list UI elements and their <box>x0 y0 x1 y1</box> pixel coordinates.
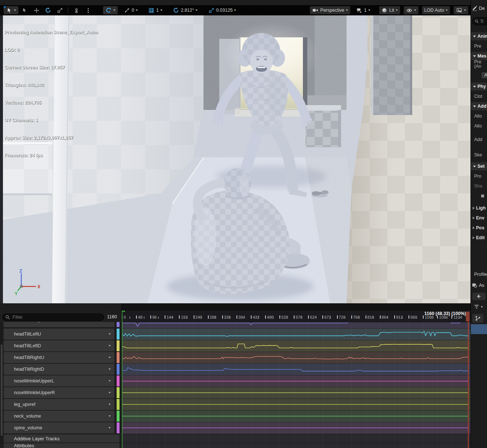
details-section-Pos[interactable]: Pos <box>471 224 487 232</box>
curve-timeline-area[interactable]: 1160 (48.33) (100%) 04896144192240288336… <box>122 303 470 448</box>
viewport[interactable]: Previewing Animation Scene_Export_Anim L… <box>0 15 470 303</box>
screenshot-dropdown[interactable] <box>454 6 468 14</box>
details-row-Ske[interactable]: Ske <box>471 151 487 159</box>
details-section-Phy[interactable]: Phy <box>471 82 487 90</box>
track-name: headTiltLeftD <box>14 343 41 348</box>
details-panel: De S AnimPreMesPre (AnAPhyClotAddAlloAll… <box>470 0 487 448</box>
details-row-15[interactable] <box>471 192 487 200</box>
chevron-down-icon[interactable] <box>473 36 476 37</box>
back-button[interactable] <box>472 293 486 300</box>
viewport-left-edge <box>0 15 3 303</box>
details-section-Env[interactable]: Env <box>471 214 487 222</box>
timeline-ruler[interactable]: 1160 (48.33) (100%) 04896144192240288336… <box>122 311 470 322</box>
ruler-tick <box>451 315 452 319</box>
playhead-marker[interactable] <box>466 311 470 322</box>
lod-dropdown[interactable]: LOD Auto <box>422 6 450 14</box>
tab-details[interactable]: De <box>472 5 485 11</box>
camera-gizmo-button[interactable] <box>71 6 82 14</box>
details-row-Pre[interactable]: Pre <box>471 42 487 50</box>
ruler-tick <box>165 315 165 319</box>
track-row-noseWrinkleUpperL[interactable]: noseWrinkleUpperL <box>4 375 114 386</box>
attributes-row[interactable]: Attributes <box>4 443 120 448</box>
chevron-down-icon[interactable] <box>109 380 111 382</box>
track-row-headTiltLeftU[interactable]: headTiltLeftU <box>4 329 114 340</box>
chevron-down-icon[interactable] <box>473 55 476 57</box>
track-row-headTiltRightD[interactable]: headTiltRightD <box>4 364 114 375</box>
details-row-Allo[interactable]: Allo <box>471 112 487 120</box>
asset-browser-tab[interactable]: As <box>472 283 484 288</box>
curve-lane-headTiltLeftD[interactable] <box>122 340 470 352</box>
rotate-tool-button[interactable] <box>43 6 54 14</box>
details-search-input[interactable]: S <box>472 17 487 25</box>
chevron-down-icon[interactable] <box>109 392 111 393</box>
chevron-right-icon[interactable] <box>473 226 475 229</box>
details-row-Allo[interactable]: Allo <box>471 122 487 130</box>
ruler-minor-tick <box>416 316 417 319</box>
grid-snap-control[interactable]: 1 <box>146 6 165 14</box>
stats-vertices: Vertices: 284,705 <box>4 100 98 105</box>
curve-lane-headTiltRightU[interactable] <box>122 352 470 363</box>
curve-lane-headTiltLeftU[interactable] <box>122 329 470 340</box>
details-section-Set[interactable]: Set <box>471 162 487 170</box>
scale-tool-button[interactable] <box>54 6 65 14</box>
track-row-headTiltLeftD[interactable]: headTiltLeftD <box>4 340 114 351</box>
details-button[interactable]: A <box>481 72 487 79</box>
track-row-neck_volume[interactable]: neck_volume <box>4 411 114 422</box>
curves-view-button[interactable] <box>472 314 483 323</box>
chevron-right-icon[interactable] <box>473 207 475 210</box>
details-row-label: Phy <box>477 84 486 89</box>
chevron-down-icon[interactable] <box>109 415 111 417</box>
details-row-Clot[interactable]: Clot <box>471 92 487 100</box>
curve-filter-button[interactable] <box>474 304 483 309</box>
details-section-Anim[interactable]: Anim <box>471 32 487 40</box>
details-row-A[interactable]: A <box>471 71 487 79</box>
track-row-leg_upvref[interactable]: leg_upvref <box>4 399 114 410</box>
move-icon <box>33 7 40 14</box>
playhead-line[interactable] <box>468 312 469 448</box>
ruler-tick <box>437 315 438 319</box>
chevron-down-icon[interactable] <box>109 333 111 335</box>
lit-mode-dropdown[interactable]: Lit <box>379 6 400 14</box>
details-section-Edit[interactable]: Edit <box>471 234 487 242</box>
selection-mode-button[interactable] <box>4 6 18 14</box>
chevron-down-icon[interactable] <box>109 404 111 405</box>
selected-row-highlight[interactable] <box>471 324 487 334</box>
track-color-bar <box>117 329 120 340</box>
details-row-Pro[interactable]: Pro <box>471 172 487 180</box>
details-row-Add[interactable]: Add <box>471 136 487 144</box>
details-section-Ligh[interactable]: Ligh <box>471 204 487 212</box>
show-flags-dropdown[interactable] <box>404 6 418 14</box>
chevron-right-icon[interactable] <box>473 216 475 219</box>
chevron-down-icon[interactable] <box>109 345 111 347</box>
track-row-noseWrinkleUpperR[interactable]: noseWrinkleUpperR <box>4 387 114 398</box>
chevron-down-icon[interactable] <box>473 105 476 107</box>
chevron-down-icon[interactable] <box>109 427 111 429</box>
move-tool-button[interactable] <box>31 6 42 14</box>
filter-icon <box>474 304 479 309</box>
details-row-Pre (An[interactable]: Pre (An <box>471 59 487 70</box>
perspective-dropdown[interactable]: Perspective <box>310 6 350 14</box>
chevron-down-icon[interactable] <box>473 166 476 167</box>
track-row-spine_volume[interactable]: spine_volume <box>4 422 114 433</box>
ruler-minor-tick <box>201 316 202 319</box>
coordinate-space-button[interactable] <box>103 6 118 14</box>
track-row-headTiltRightU[interactable]: headTiltRightU <box>4 352 114 363</box>
select-tool-button[interactable] <box>19 6 30 14</box>
track-list-scrollbar[interactable] <box>0 322 2 443</box>
chevron-down-icon[interactable] <box>473 86 476 88</box>
additive-layer-tracks-row[interactable]: Additive Layer Tracks <box>4 434 120 443</box>
track-filter-input[interactable]: Filter <box>2 314 104 321</box>
details-row-Sha[interactable]: Sha <box>471 182 487 190</box>
surface-snap-control[interactable]: 0 <box>121 6 140 14</box>
scale-snap-control[interactable]: 0.03125 <box>206 6 238 14</box>
rotation-snap-control[interactable]: 2.812° <box>171 6 200 14</box>
ruler-tick <box>294 315 294 319</box>
chevron-down-icon[interactable] <box>109 357 111 358</box>
chevron-right-icon[interactable] <box>473 236 475 239</box>
ruler-minor-tick <box>230 316 230 319</box>
details-section-Add[interactable]: Add <box>471 102 487 110</box>
toolbar-overflow-button[interactable] <box>83 6 94 14</box>
screen-percentage-control[interactable]: 1 <box>354 6 373 14</box>
curve-lanes[interactable] <box>122 322 470 448</box>
chevron-down-icon[interactable] <box>109 369 111 370</box>
